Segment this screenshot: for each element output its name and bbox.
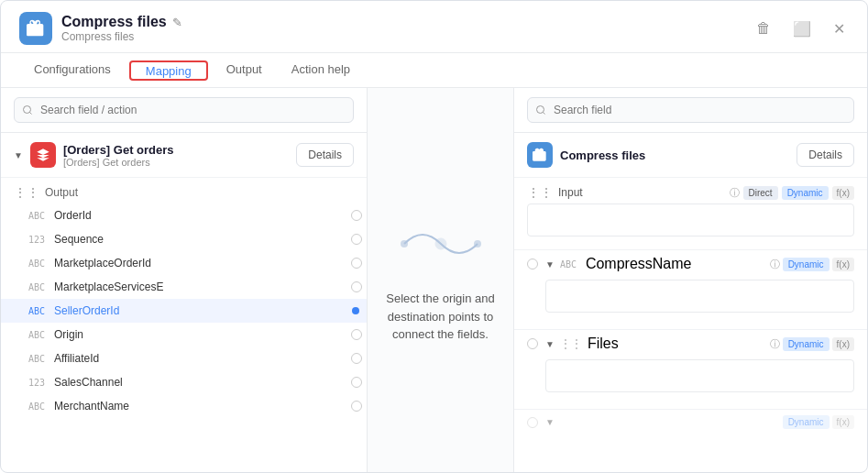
input-section-actions: ⓘ Direct Dynamic f(x) (730, 186, 854, 200)
source-header: ▼ [Orders] Get orders [Orders] Get order… (1, 133, 367, 178)
left-search-bar (1, 88, 367, 133)
field-connector[interactable] (351, 353, 362, 364)
output-label: ⋮⋮ Output (1, 178, 367, 204)
field-connector[interactable] (351, 329, 362, 340)
source-name: [Orders] Get orders (63, 143, 289, 157)
input-section-header: ⋮⋮ Input ⓘ Direct Dynamic f(x) (527, 185, 854, 200)
field-list: ABC OrderId 123 Sequence ABC Marketplace… (1, 204, 367, 472)
partial-actions: Dynamic f(x) (783, 415, 854, 429)
dest-name: Compress files (560, 148, 789, 162)
compress-name-actions: ⓘ Dynamic f(x) (770, 258, 854, 271)
tag-direct[interactable]: Direct (743, 186, 778, 200)
input-label: ⋮⋮ Input (527, 185, 583, 200)
input-section: ⋮⋮ Input ⓘ Direct Dynamic f(x) (514, 178, 867, 248)
files-fx-tag[interactable]: f(x) (832, 337, 854, 351)
input-field-box[interactable] (527, 204, 854, 236)
compress-name-dynamic-tag[interactable]: Dynamic (783, 258, 830, 271)
compress-name-label: CompressName (586, 256, 764, 272)
files-actions: ⓘ Dynamic f(x) (770, 337, 854, 351)
field-connector[interactable] (351, 210, 362, 221)
right-search-input[interactable] (527, 97, 854, 123)
field-connector[interactable] (351, 234, 362, 245)
list-item[interactable]: ABC MarketplaceServicesE (1, 275, 367, 299)
tag-fx[interactable]: f(x) (832, 186, 854, 200)
title-row: Compress files ✎ (61, 14, 182, 30)
field-connector[interactable] (351, 401, 362, 412)
right-panel: Compress files Details ⋮⋮ Input ⓘ Direct… (514, 88, 867, 472)
output-text: Output (45, 186, 78, 199)
close-button[interactable]: ✕ (830, 16, 849, 41)
left-search-input[interactable] (14, 97, 354, 123)
source-sub: [Orders] Get orders (63, 157, 289, 168)
partial-fx-tag[interactable]: f(x) (832, 415, 854, 429)
right-connector[interactable] (527, 258, 538, 270)
field-connector[interactable] (351, 258, 362, 269)
tag-dynamic[interactable]: Dynamic (782, 186, 829, 200)
list-item[interactable]: ABC OrderId (1, 204, 367, 227)
dest-details-button[interactable]: Details (797, 143, 854, 167)
expand-icon-partial[interactable]: ▼ (545, 417, 555, 427)
partial-section-header: ▼ Dynamic f(x) (514, 412, 867, 433)
files-label: Files (588, 336, 764, 352)
tab-configurations[interactable]: Configurations (19, 53, 126, 87)
svg-point-0 (401, 240, 408, 248)
svg-point-1 (474, 240, 481, 248)
header-left: Compress files ✎ Compress files (19, 12, 182, 45)
compress-name-info-icon[interactable]: ⓘ (770, 258, 780, 271)
right-search-bar (514, 88, 867, 133)
dest-header: Compress files Details (514, 133, 867, 178)
files-header: ▼ ⋮⋮ Files ⓘ Dynamic f(x) (514, 332, 867, 356)
tab-mapping[interactable]: Mapping (131, 55, 206, 87)
svg-point-2 (435, 238, 446, 249)
field-connector[interactable] (351, 377, 362, 388)
content-area: ▼ [Orders] Get orders [Orders] Get order… (1, 88, 867, 472)
grid-icon: ⋮⋮ (14, 185, 39, 200)
header-right: 🗑 ⬜ ✕ (753, 16, 849, 41)
files-field-box[interactable] (545, 359, 854, 392)
field-connector[interactable] (351, 281, 362, 292)
list-item[interactable]: ABC MerchantName (1, 394, 367, 418)
list-item-active[interactable]: ABC SellerOrderId (1, 299, 367, 323)
section-grid-icon: ⋮⋮ (527, 185, 553, 200)
page-subtitle: Compress files (61, 30, 182, 43)
connection-curve (395, 216, 487, 271)
list-item[interactable]: ABC Origin (1, 323, 367, 346)
page-title: Compress files (61, 14, 167, 30)
list-item[interactable]: 123 Sequence (1, 227, 367, 251)
expand-icon[interactable]: ▼ (545, 259, 555, 270)
compress-name-field-box[interactable] (545, 280, 854, 313)
main-window: Compress files ✎ Compress files 🗑 ⬜ ✕ Co… (0, 0, 868, 473)
files-dynamic-tag[interactable]: Dynamic (783, 337, 830, 351)
right-connector-partial[interactable] (527, 417, 538, 428)
files-info-icon[interactable]: ⓘ (770, 337, 780, 351)
files-section: ▼ ⋮⋮ Files ⓘ Dynamic f(x) (514, 332, 867, 407)
dest-icon (527, 142, 553, 168)
source-details-button[interactable]: Details (296, 143, 354, 167)
field-active-dot (352, 307, 359, 314)
compress-name-section: ▼ ABC CompressName ⓘ Dynamic f(x) (514, 252, 867, 327)
compress-name-fx-tag[interactable]: f(x) (832, 258, 854, 271)
list-item[interactable]: ABC MarketplaceOrderId (1, 251, 367, 275)
app-icon (19, 12, 52, 45)
tab-output[interactable]: Output (212, 53, 277, 87)
input-info-icon[interactable]: ⓘ (730, 186, 740, 200)
source-title: [Orders] Get orders [Orders] Get orders (63, 143, 289, 168)
tab-mapping-wrapper: Mapping (129, 60, 208, 81)
left-panel: ▼ [Orders] Get orders [Orders] Get order… (1, 88, 368, 472)
expand-icon-files[interactable]: ▼ (545, 339, 555, 349)
list-item[interactable]: ABC AffiliateId (1, 346, 367, 370)
tabs-bar: Configurations Mapping Output Action hel… (1, 53, 867, 88)
header: Compress files ✎ Compress files 🗑 ⬜ ✕ (1, 1, 867, 53)
compress-name-header: ▼ ABC CompressName ⓘ Dynamic f(x) (514, 252, 867, 276)
list-item[interactable]: 123 SalesChannel (1, 370, 367, 394)
partial-dynamic-tag[interactable]: Dynamic (783, 415, 830, 429)
right-connector-files[interactable] (527, 338, 538, 349)
delete-button[interactable]: 🗑 (753, 16, 775, 40)
chevron-down-icon[interactable]: ▼ (14, 150, 23, 160)
instruction-text: Select the origin and destination points… (386, 290, 495, 344)
title-block: Compress files ✎ Compress files (61, 14, 182, 43)
edit-icon[interactable]: ✎ (172, 16, 182, 29)
tab-action-help[interactable]: Action help (277, 53, 365, 87)
middle-panel: Select the origin and destination points… (368, 88, 514, 472)
maximize-button[interactable]: ⬜ (789, 16, 815, 41)
